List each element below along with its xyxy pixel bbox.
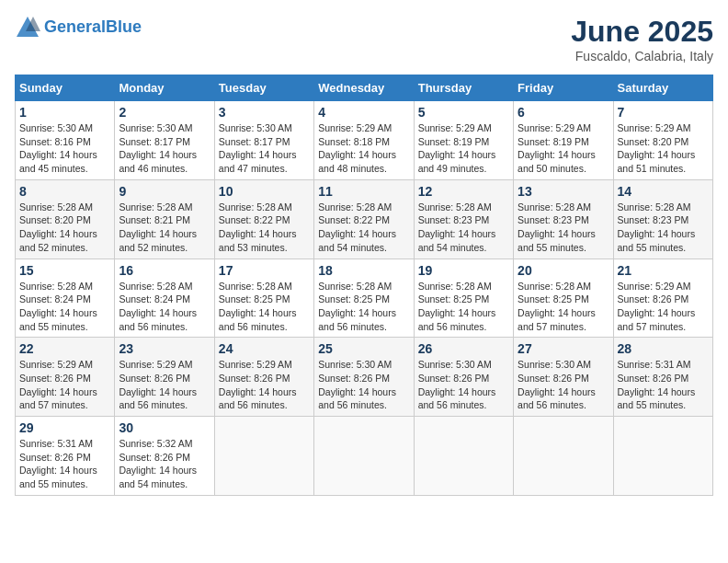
day-info: Sunrise: 5:28 AM Sunset: 8:25 PM Dayligh…	[418, 280, 509, 334]
calendar-cell: 18Sunrise: 5:28 AM Sunset: 8:25 PM Dayli…	[314, 259, 414, 338]
calendar-cell: 2Sunrise: 5:30 AM Sunset: 8:17 PM Daylig…	[115, 101, 214, 180]
calendar-table: SundayMondayTuesdayWednesdayThursdayFrid…	[15, 75, 713, 496]
calendar-cell: 30Sunrise: 5:32 AM Sunset: 8:26 PM Dayli…	[115, 417, 214, 496]
day-number: 5	[418, 105, 509, 120]
day-info: Sunrise: 5:28 AM Sunset: 8:25 PM Dayligh…	[219, 280, 310, 334]
day-number: 22	[19, 341, 110, 356]
weekday-header-saturday: Saturday	[613, 75, 712, 101]
weekday-header-thursday: Thursday	[414, 75, 513, 101]
day-number: 3	[219, 105, 310, 120]
day-info: Sunrise: 5:28 AM Sunset: 8:23 PM Dayligh…	[518, 201, 609, 255]
day-info: Sunrise: 5:28 AM Sunset: 8:24 PM Dayligh…	[19, 280, 110, 334]
day-info: Sunrise: 5:29 AM Sunset: 8:19 PM Dayligh…	[418, 121, 509, 176]
calendar-cell	[214, 417, 313, 496]
day-number: 1	[19, 105, 110, 120]
day-info: Sunrise: 5:30 AM Sunset: 8:16 PM Dayligh…	[19, 121, 110, 176]
week-row-3: 22Sunrise: 5:29 AM Sunset: 8:26 PM Dayli…	[16, 338, 713, 417]
header: GeneralBlue June 2025 Fuscaldo, Calabria…	[15, 15, 713, 63]
day-info: Sunrise: 5:32 AM Sunset: 8:26 PM Dayligh…	[119, 437, 210, 491]
logo-general: General	[44, 17, 106, 36]
calendar-cell: 8Sunrise: 5:28 AM Sunset: 8:20 PM Daylig…	[16, 179, 115, 259]
weekday-header-wednesday: Wednesday	[314, 75, 414, 101]
calendar-cell	[414, 417, 513, 496]
day-info: Sunrise: 5:28 AM Sunset: 8:22 PM Dayligh…	[219, 201, 310, 255]
calendar-cell: 17Sunrise: 5:28 AM Sunset: 8:25 PM Dayli…	[214, 259, 313, 338]
day-number: 21	[618, 263, 709, 278]
calendar-cell: 19Sunrise: 5:28 AM Sunset: 8:25 PM Dayli…	[414, 259, 513, 338]
day-number: 23	[119, 341, 210, 356]
day-number: 7	[618, 105, 709, 120]
day-number: 8	[19, 184, 110, 199]
calendar-cell: 24Sunrise: 5:29 AM Sunset: 8:26 PM Dayli…	[214, 338, 313, 417]
calendar-cell: 21Sunrise: 5:29 AM Sunset: 8:26 PM Dayli…	[613, 259, 712, 338]
calendar-cell: 3Sunrise: 5:30 AM Sunset: 8:17 PM Daylig…	[214, 101, 313, 180]
calendar-cell: 7Sunrise: 5:29 AM Sunset: 8:20 PM Daylig…	[613, 101, 712, 180]
day-info: Sunrise: 5:30 AM Sunset: 8:26 PM Dayligh…	[518, 358, 609, 412]
day-number: 17	[219, 263, 310, 278]
day-number: 16	[119, 263, 210, 278]
day-info: Sunrise: 5:28 AM Sunset: 8:24 PM Dayligh…	[119, 280, 210, 334]
calendar-cell: 29Sunrise: 5:31 AM Sunset: 8:26 PM Dayli…	[16, 417, 115, 496]
day-number: 20	[518, 263, 609, 278]
calendar-cell: 22Sunrise: 5:29 AM Sunset: 8:26 PM Dayli…	[16, 338, 115, 417]
day-number: 27	[518, 341, 609, 356]
calendar-cell: 14Sunrise: 5:28 AM Sunset: 8:23 PM Dayli…	[613, 179, 712, 259]
day-number: 10	[219, 184, 310, 199]
title-area: June 2025 Fuscaldo, Calabria, Italy	[571, 15, 713, 63]
day-info: Sunrise: 5:31 AM Sunset: 8:26 PM Dayligh…	[618, 358, 709, 412]
calendar-cell: 4Sunrise: 5:29 AM Sunset: 8:18 PM Daylig…	[314, 101, 414, 180]
weekday-header-tuesday: Tuesday	[214, 75, 313, 101]
calendar-cell: 27Sunrise: 5:30 AM Sunset: 8:26 PM Dayli…	[514, 338, 613, 417]
calendar-cell: 12Sunrise: 5:28 AM Sunset: 8:23 PM Dayli…	[414, 179, 513, 259]
logo-blue: Blue	[106, 17, 142, 36]
calendar-cell: 26Sunrise: 5:30 AM Sunset: 8:26 PM Dayli…	[414, 338, 513, 417]
day-info: Sunrise: 5:29 AM Sunset: 8:20 PM Dayligh…	[618, 121, 709, 176]
day-number: 25	[318, 341, 409, 356]
day-info: Sunrise: 5:28 AM Sunset: 8:23 PM Dayligh…	[418, 201, 509, 255]
weekday-header-monday: Monday	[115, 75, 214, 101]
day-number: 19	[418, 263, 509, 278]
week-row-0: 1Sunrise: 5:30 AM Sunset: 8:16 PM Daylig…	[16, 101, 713, 180]
day-number: 24	[219, 341, 310, 356]
day-info: Sunrise: 5:28 AM Sunset: 8:25 PM Dayligh…	[318, 280, 409, 334]
weekday-header-friday: Friday	[514, 75, 613, 101]
calendar-cell: 16Sunrise: 5:28 AM Sunset: 8:24 PM Dayli…	[115, 259, 214, 338]
day-info: Sunrise: 5:29 AM Sunset: 8:26 PM Dayligh…	[119, 358, 210, 412]
day-number: 2	[119, 105, 210, 120]
calendar-cell: 15Sunrise: 5:28 AM Sunset: 8:24 PM Dayli…	[16, 259, 115, 338]
day-info: Sunrise: 5:28 AM Sunset: 8:22 PM Dayligh…	[318, 201, 409, 255]
weekday-header-sunday: Sunday	[16, 75, 115, 101]
day-number: 28	[618, 341, 709, 356]
calendar-cell: 23Sunrise: 5:29 AM Sunset: 8:26 PM Dayli…	[115, 338, 214, 417]
day-info: Sunrise: 5:29 AM Sunset: 8:26 PM Dayligh…	[618, 280, 709, 334]
calendar-cell: 9Sunrise: 5:28 AM Sunset: 8:21 PM Daylig…	[115, 179, 214, 259]
calendar-cell: 28Sunrise: 5:31 AM Sunset: 8:26 PM Dayli…	[613, 338, 712, 417]
day-number: 18	[318, 263, 409, 278]
day-number: 4	[318, 105, 409, 120]
calendar-title: June 2025	[571, 15, 713, 49]
day-info: Sunrise: 5:30 AM Sunset: 8:26 PM Dayligh…	[418, 358, 509, 412]
day-number: 11	[318, 184, 409, 199]
calendar-cell: 6Sunrise: 5:29 AM Sunset: 8:19 PM Daylig…	[514, 101, 613, 180]
calendar-cell	[314, 417, 414, 496]
logo-text: GeneralBlue	[44, 17, 142, 38]
week-row-1: 8Sunrise: 5:28 AM Sunset: 8:20 PM Daylig…	[16, 179, 713, 259]
calendar-cell	[613, 417, 712, 496]
calendar-cell: 11Sunrise: 5:28 AM Sunset: 8:22 PM Dayli…	[314, 179, 414, 259]
day-info: Sunrise: 5:30 AM Sunset: 8:17 PM Dayligh…	[219, 121, 310, 176]
calendar-cell: 25Sunrise: 5:30 AM Sunset: 8:26 PM Dayli…	[314, 338, 414, 417]
logo-icon	[15, 15, 40, 40]
week-row-2: 15Sunrise: 5:28 AM Sunset: 8:24 PM Dayli…	[16, 259, 713, 338]
day-number: 9	[119, 184, 210, 199]
calendar-cell: 5Sunrise: 5:29 AM Sunset: 8:19 PM Daylig…	[414, 101, 513, 180]
calendar-cell: 20Sunrise: 5:28 AM Sunset: 8:25 PM Dayli…	[514, 259, 613, 338]
day-info: Sunrise: 5:30 AM Sunset: 8:17 PM Dayligh…	[119, 121, 210, 176]
day-info: Sunrise: 5:29 AM Sunset: 8:26 PM Dayligh…	[219, 358, 310, 412]
day-number: 13	[518, 184, 609, 199]
calendar-cell: 10Sunrise: 5:28 AM Sunset: 8:22 PM Dayli…	[214, 179, 313, 259]
day-number: 12	[418, 184, 509, 199]
day-number: 14	[618, 184, 709, 199]
day-number: 30	[119, 420, 210, 435]
day-info: Sunrise: 5:28 AM Sunset: 8:20 PM Dayligh…	[19, 201, 110, 255]
weekday-header-row: SundayMondayTuesdayWednesdayThursdayFrid…	[16, 75, 713, 101]
